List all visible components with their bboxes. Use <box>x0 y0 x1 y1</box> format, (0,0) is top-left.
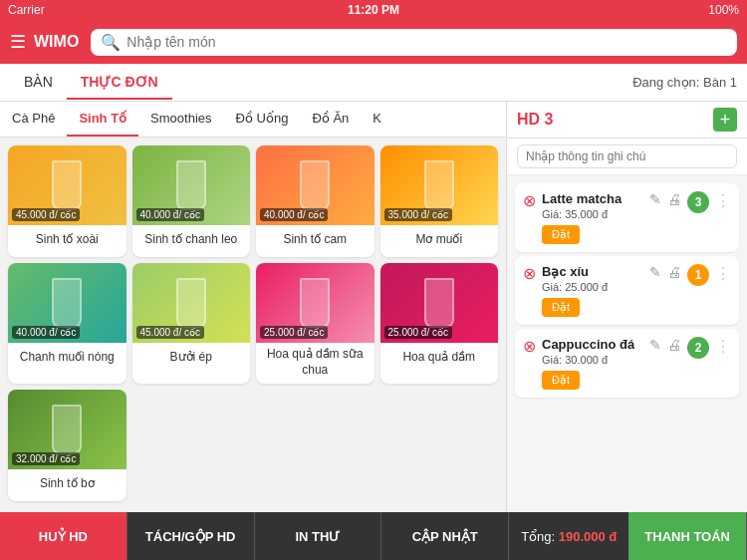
tach-gop-button[interactable]: TÁCH/GỘP HD <box>127 512 255 560</box>
product-name-hoa-qua-dam: Hoa quả dầm <box>380 343 499 375</box>
add-order-button[interactable]: + <box>713 108 737 132</box>
order-item-btn-1[interactable]: Đặt <box>542 298 580 317</box>
product-price-tag-hoa-qua-dam: 25.000 đ/ cốc <box>384 326 452 339</box>
more-icon-0[interactable]: ⋮ <box>715 191 731 210</box>
product-image-mo-muoi: 35.000 đ/ cốc <box>380 145 499 225</box>
item-name-2: Cappuccino đá <box>542 337 643 352</box>
product-card-hoa-qua-dam-sua-chua[interactable]: 25.000 đ/ cốc Hoa quả dầm sữa chua <box>256 263 374 384</box>
qty-badge-0: 3 <box>687 191 709 213</box>
huy-hd-button[interactable]: HUỶ HD <box>0 512 127 560</box>
category-tabs: Cà Phê Sinh Tố Smoothies Đồ Uống Đồ Ăn K <box>0 102 506 138</box>
print-icon-1[interactable]: 🖨 <box>667 264 681 280</box>
tong-amount: 190.000 đ <box>559 529 618 544</box>
tong-label: Tổng: <box>521 529 555 544</box>
item-actions-2: ✎ 🖨 <box>649 337 681 353</box>
product-image-hoa-qua-dam: 25.000 đ/ cốc <box>380 263 499 343</box>
product-price-tag-sinh-to-xoai: 45.000 đ/ cốc <box>12 208 80 221</box>
product-card-sinh-to-chanh-leo[interactable]: 40.000 đ/ cốc Sinh tố chanh leo <box>132 145 251 257</box>
product-card-sinh-to-bo[interactable]: 32.000 đ/ cốc Sinh tố bơ <box>8 390 126 501</box>
product-card-hoa-qua-dam[interactable]: 25.000 đ/ cốc Hoa quả dầm <box>380 263 499 384</box>
item-price-2: Giá: 30.000 đ <box>542 354 643 366</box>
product-card-sinh-to-xoai[interactable]: 45.000 đ/ cốc Sinh tố xoài <box>8 145 126 257</box>
item-actions-1: ✎ 🖨 <box>649 264 681 280</box>
order-item-2: ⊗ Cappuccino đá Giá: 30.000 đ Đặt ✎ 🖨 2 … <box>515 329 739 398</box>
selected-table: Đang chọn: Bàn 1 <box>632 75 737 90</box>
main-layout: Cà Phê Sinh Tố Smoothies Đồ Uống Đồ Ăn K… <box>0 102 747 512</box>
battery-label: 100% <box>708 3 739 17</box>
order-item-1: ⊗ Bạc xíu Giá: 25.000 đ Đặt ✎ 🖨 1 ⋮ <box>515 256 739 325</box>
product-price-tag-sinh-to-cam: 40.000 đ/ cốc <box>260 208 328 221</box>
cap-nhat-button[interactable]: CẬP NHẬT <box>381 512 509 560</box>
more-icon-2[interactable]: ⋮ <box>715 337 731 356</box>
header: ☰ WIMO 🔍 <box>0 20 747 64</box>
product-card-sinh-to-cam[interactable]: 40.000 đ/ cốc Sinh tố cam <box>256 145 374 257</box>
right-panel: HD 3 + ⊗ Latte matcha Giá: 35.000 đ Đặt … <box>506 102 747 512</box>
edit-icon-1[interactable]: ✎ <box>649 264 661 280</box>
category-tab-douong[interactable]: Đồ Uống <box>224 102 301 137</box>
total-section: Tổng: 190.000 đ <box>509 529 628 544</box>
item-actions-0: ✎ 🖨 <box>649 191 681 207</box>
category-tab-cafe[interactable]: Cà Phê <box>0 102 67 137</box>
order-item-0: ⊗ Latte matcha Giá: 35.000 đ Đặt ✎ 🖨 3 ⋮ <box>515 183 739 252</box>
note-input[interactable] <box>517 144 737 168</box>
product-price-tag-chanh-muoi-nong: 40.000 đ/ cốc <box>12 326 80 339</box>
product-card-buoi-ep[interactable]: 45.000 đ/ cốc Bưởi ép <box>132 263 251 384</box>
item-price-1: Giá: 25.000 đ <box>542 281 643 293</box>
in-thu-button[interactable]: IN THƯ <box>255 512 382 560</box>
qty-badge-2: 2 <box>687 337 709 359</box>
app-title: WIMO <box>34 33 79 51</box>
product-name-chanh-muoi-nong: Chanh muối nóng <box>8 343 126 375</box>
product-name-sinh-to-bo: Sinh tố bơ <box>8 469 126 501</box>
order-item-btn-0[interactable]: Đặt <box>542 225 580 244</box>
nav-tabs: BÀN THỰC ĐƠN Đang chọn: Bàn 1 <box>0 64 747 102</box>
left-panel: Cà Phê Sinh Tố Smoothies Đồ Uống Đồ Ăn K… <box>0 102 506 512</box>
bottom-bar: HUỶ HD TÁCH/GỘP HD IN THƯ CẬP NHẬT Tổng:… <box>0 512 747 560</box>
product-price-tag-sinh-to-chanh-leo: 40.000 đ/ cốc <box>136 208 204 221</box>
category-tab-doan[interactable]: Đồ Ăn <box>300 102 361 137</box>
category-tab-smoothies[interactable]: Smoothies <box>138 102 223 137</box>
product-price-tag-sinh-to-bo: 32.000 đ/ cốc <box>12 452 80 465</box>
item-name-0: Latte matcha <box>542 191 643 206</box>
product-image-sinh-to-bo: 32.000 đ/ cốc <box>8 390 126 469</box>
more-icon-1[interactable]: ⋮ <box>715 264 731 283</box>
edit-icon-2[interactable]: ✎ <box>649 337 661 353</box>
print-icon-0[interactable]: 🖨 <box>667 191 681 207</box>
product-price-tag-mo-muoi: 35.000 đ/ cốc <box>384 208 452 221</box>
product-card-mo-muoi[interactable]: 35.000 đ/ cốc Mơ muối <box>380 145 499 257</box>
tab-ban[interactable]: BÀN <box>10 66 67 100</box>
menu-icon[interactable]: ☰ <box>10 31 26 53</box>
category-tab-sinhto[interactable]: Sinh Tố <box>67 102 138 137</box>
item-info-1: Bạc xíu Giá: 25.000 đ Đặt <box>542 264 643 317</box>
tab-thucdon[interactable]: THỰC ĐƠN <box>67 66 172 100</box>
edit-icon-0[interactable]: ✎ <box>649 191 661 207</box>
carrier-label: Carrier <box>8 3 45 17</box>
product-card-chanh-muoi-nong[interactable]: 40.000 đ/ cốc Chanh muối nóng <box>8 263 126 384</box>
qty-badge-1: 1 <box>687 264 709 286</box>
product-image-sinh-to-chanh-leo: 40.000 đ/ cốc <box>132 145 251 225</box>
status-bar: Carrier 11:20 PM 100% <box>0 0 747 20</box>
product-name-buoi-ep: Bưởi ép <box>132 343 251 375</box>
product-image-chanh-muoi-nong: 40.000 đ/ cốc <box>8 263 126 343</box>
order-item-btn-2[interactable]: Đặt <box>542 371 580 390</box>
remove-item-button-1[interactable]: ⊗ <box>523 264 536 282</box>
product-price-tag-hoa-qua-dam-sua-chua: 25.000 đ/ cốc <box>260 326 328 339</box>
item-info-0: Latte matcha Giá: 35.000 đ Đặt <box>542 191 643 244</box>
item-info-2: Cappuccino đá Giá: 30.000 đ Đặt <box>542 337 643 390</box>
thanh-toan-button[interactable]: THANH TOÁN <box>628 512 747 560</box>
search-icon: 🔍 <box>101 33 121 52</box>
remove-item-button-0[interactable]: ⊗ <box>523 191 536 209</box>
order-header: HD 3 + <box>507 102 747 139</box>
product-image-buoi-ep: 45.000 đ/ cốc <box>132 263 251 343</box>
time-label: 11:20 PM <box>348 3 399 17</box>
product-grid: 45.000 đ/ cốc Sinh tố xoài 40.000 đ/ cốc… <box>0 138 506 509</box>
search-input[interactable] <box>126 34 727 50</box>
product-name-sinh-to-chanh-leo: Sinh tố chanh leo <box>132 225 251 257</box>
item-name-1: Bạc xíu <box>542 264 643 279</box>
item-price-0: Giá: 35.000 đ <box>542 208 643 220</box>
product-name-sinh-to-xoai: Sinh tố xoài <box>8 225 126 257</box>
print-icon-2[interactable]: 🖨 <box>667 337 681 353</box>
remove-item-button-2[interactable]: ⊗ <box>523 337 536 355</box>
category-tab-k[interactable]: K <box>361 102 393 137</box>
product-image-hoa-qua-dam-sua-chua: 25.000 đ/ cốc <box>256 263 374 343</box>
product-image-sinh-to-xoai: 45.000 đ/ cốc <box>8 145 126 225</box>
